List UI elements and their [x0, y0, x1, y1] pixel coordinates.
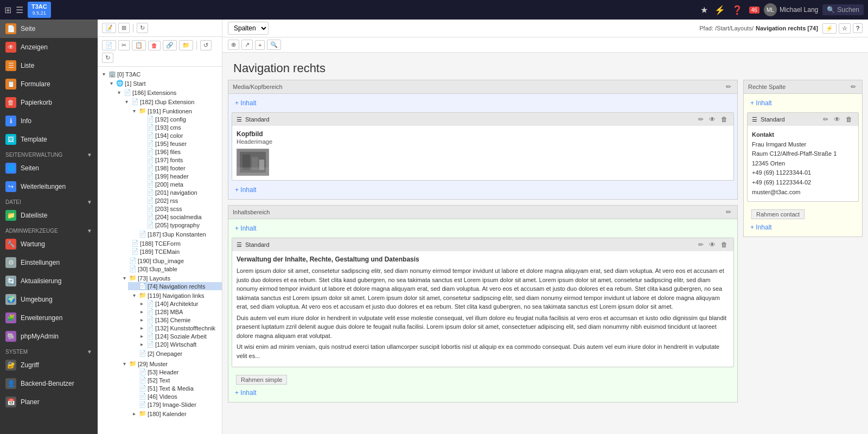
sidebar-item-papierkorb[interactable]: 🗑 Papierkorb — [0, 93, 98, 112]
right-block-edit-button[interactable]: ✏ — [821, 115, 830, 124]
hamburger-icon[interactable]: ☰ — [16, 5, 23, 15]
sidebar-item-info[interactable]: ℹ Info — [0, 112, 98, 130]
sidebar-item-wartung[interactable]: 🔧 Wartung — [0, 235, 98, 253]
paste-button[interactable]: 📋 — [132, 40, 146, 50]
sidebar-item-umgebung[interactable]: 🌍 Umgebung — [0, 290, 98, 309]
tree-row-layouts[interactable]: ▾ 📁 [73] Layouts — [113, 274, 222, 282]
sidebar-item-einstellungen[interactable]: ⚙ Einstellungen — [0, 253, 98, 272]
sidebar-item-formulare[interactable]: 📋 Formulare — [0, 75, 98, 93]
page-view-button[interactable]: ⊕ — [228, 40, 239, 50]
tree-row-nav-links[interactable]: ▾ 📁 [119] Navigation links — [128, 291, 222, 299]
cut-button[interactable]: ✂ — [118, 40, 130, 50]
lightning-icon[interactable]: ⚡ — [714, 5, 725, 15]
tree-row-tceform[interactable]: 📄[188] TCEForm — [120, 239, 222, 247]
tree-row-mba[interactable]: ▸📄[128] MBA — [136, 308, 222, 316]
content-block-delete-button[interactable]: 🗑 — [719, 240, 729, 249]
media-block-edit-button[interactable]: ✏ — [697, 115, 705, 124]
media-block-hide-button[interactable]: 👁 — [707, 115, 717, 124]
tree-row-funktionen[interactable]: ▾ 📁 [191] Funktionen — [128, 107, 222, 115]
tree-row-image-slider[interactable]: 📄[179] Image-Slider — [128, 400, 222, 409]
tree-row-t3up-table[interactable]: 📄[30] t3up_table — [113, 265, 222, 273]
tree-row-config[interactable]: 📄[192] config — [136, 115, 222, 123]
tree-row-t3up-image[interactable]: 📄[190] t3up_image — [113, 257, 222, 265]
sidebar-item-seite[interactable]: 📄 Seite — [0, 20, 98, 38]
sidebar-item-backend-benutzer[interactable]: 👤 Backend-Benutzer — [0, 374, 98, 393]
tree-row-t3ac[interactable]: ▾ 🏢 [0] T3AC — [98, 70, 222, 78]
add-inhalt-right-bottom-button[interactable]: + Inhalt — [747, 221, 775, 233]
add-inhalt-content-top-button[interactable]: + Inhalt — [232, 222, 260, 234]
tree-row-kunststofftechnik[interactable]: ▸📄[132] Kunststofftechnik — [136, 324, 222, 332]
add-inhalt-right-top-button[interactable]: + Inhalt — [747, 97, 775, 109]
redo-button[interactable]: ↻ — [102, 53, 113, 63]
tree-row-chemie[interactable]: ▸📄[136] Chemie — [136, 316, 222, 324]
tree-row-architektur[interactable]: ▸📄[140] Architektur — [136, 299, 222, 308]
add-inhalt-media-bottom-button[interactable]: + Inhalt — [232, 184, 260, 196]
folder-button[interactable]: 📁 — [179, 40, 193, 50]
open-button[interactable]: ↗ — [241, 40, 253, 50]
tree-row-rss[interactable]: 📄[202] rss — [136, 196, 222, 205]
tree-row-files[interactable]: 📄[196] files — [136, 148, 222, 156]
right-block-hide-button[interactable]: 👁 — [832, 115, 842, 124]
media-section-edit-button[interactable]: ✏ — [724, 82, 733, 91]
tree-row-soziale-arbeit[interactable]: ▸📄[124] Soziale Arbeit — [136, 332, 222, 340]
tree-row-onepager[interactable]: 📄[2] Onepager — [128, 349, 222, 358]
tree-row-t3upkonstanten[interactable]: 📄[187] t3up Konstanten — [128, 230, 222, 238]
tree-row-videos[interactable]: 📄[46] Videos — [128, 392, 222, 400]
tree-row-nav-rechts[interactable]: 📄 [74] Navigation rechts — [128, 282, 222, 290]
sidebar-item-phpmyadmin[interactable]: 🐘 phpMyAdmin — [0, 327, 98, 346]
sidebar-item-dateiliste[interactable]: 📁 Dateiliste — [0, 206, 98, 225]
right-section-edit-button[interactable]: ✏ — [849, 82, 858, 91]
delete-button[interactable]: 🗑 — [148, 41, 161, 50]
tree-row-socialmedia[interactable]: 📄[204] socialmedia — [136, 213, 222, 221]
tree-row-scss[interactable]: 📄[203] scss — [136, 205, 222, 213]
tree-row-cms[interactable]: 📄[193] cms — [136, 123, 222, 131]
tree-row-start[interactable]: ▾ 🌐 [1] Start — [105, 79, 222, 87]
columns-select[interactable]: Spalten — [228, 22, 269, 35]
star-action-button[interactable]: ☆ — [839, 23, 851, 34]
tree-row-header[interactable]: 📄[199] header — [136, 172, 222, 180]
tree-row-fonts[interactable]: 📄[197] fonts — [136, 156, 222, 164]
content-section-edit-button[interactable]: ✏ — [724, 208, 733, 216]
notification-badge[interactable]: 46 — [749, 7, 760, 14]
tree-row-muster[interactable]: ▾ 📁 [29] Muster — [113, 360, 222, 368]
tree-row-header-muster[interactable]: 📄[53] Header — [128, 368, 222, 376]
content-block-edit-button[interactable]: ✏ — [697, 240, 705, 249]
tree-row-text-muster[interactable]: 📄[52] Text — [128, 376, 222, 384]
undo-button[interactable]: ↺ — [200, 40, 212, 50]
search-content-button[interactable]: 🔍 — [267, 40, 281, 50]
star-icon[interactable]: ★ — [700, 5, 708, 15]
tree-row-kalender[interactable]: ▸ 📁 [180] Kalender — [128, 410, 222, 418]
tree-row-extensions[interactable]: ▾ 📄 [186] Extensions — [113, 88, 222, 97]
new-page-button[interactable]: 📝 — [102, 23, 116, 33]
add-inhalt-media-top-button[interactable]: + Inhalt — [232, 97, 260, 109]
copy-button[interactable]: 📄 — [102, 40, 116, 50]
sidebar-item-erweiterungen[interactable]: 🧩 Erweiterungen — [0, 309, 98, 327]
right-block-delete-button[interactable]: 🗑 — [844, 115, 854, 124]
sidebar-item-zugriff[interactable]: 🔐 Zugriff — [0, 356, 98, 374]
tree-row-text-media[interactable]: 📄[51] Text & Media — [128, 384, 222, 392]
content-block-hide-button[interactable]: 👁 — [707, 240, 717, 249]
help-action-button[interactable]: ? — [853, 23, 863, 33]
sidebar-item-planer[interactable]: 📅 Planer — [0, 393, 98, 411]
lightning-action-button[interactable]: ⚡ — [822, 23, 837, 34]
sidebar-item-aktualisierung[interactable]: 🔄 Aktualisierung — [0, 272, 98, 290]
sidebar-item-weiterleitungen[interactable]: ↪ Weiterleitungen — [0, 177, 98, 196]
tree-row-color[interactable]: 📄[194] color — [136, 131, 222, 139]
sidebar-item-seiten[interactable]: 🌐 Seiten — [0, 159, 98, 177]
tree-row-footer[interactable]: 📄[198] footer — [136, 164, 222, 172]
add-button[interactable]: + — [255, 40, 265, 50]
grid-icon[interactable]: ⊞ — [4, 5, 11, 15]
refresh-button[interactable]: ↻ — [137, 23, 148, 33]
sidebar-item-template[interactable]: 🖼 Template — [0, 130, 98, 149]
filter-button[interactable]: ⊞ — [118, 23, 130, 33]
sidebar-item-liste[interactable]: ☰ Liste — [0, 56, 98, 75]
tree-row-feuser[interactable]: 📄[195] feuser — [136, 139, 222, 148]
sidebar-item-anzeigen[interactable]: 👁 Anzeigen — [0, 38, 98, 56]
tree-row-t3up[interactable]: ▾ 📄 [182] t3up Extension — [120, 98, 222, 106]
link-button[interactable]: 🔗 — [163, 40, 177, 50]
tree-row-tcemain[interactable]: 📄[189] TCEMain — [120, 247, 222, 256]
search-button[interactable]: 🔍 Suchen — [822, 4, 864, 15]
add-inhalt-content-bottom-button[interactable]: + Inhalt — [232, 387, 260, 399]
tree-row-navigation[interactable]: 📄[201] navigation — [136, 188, 222, 196]
help-icon[interactable]: ❓ — [732, 5, 743, 15]
